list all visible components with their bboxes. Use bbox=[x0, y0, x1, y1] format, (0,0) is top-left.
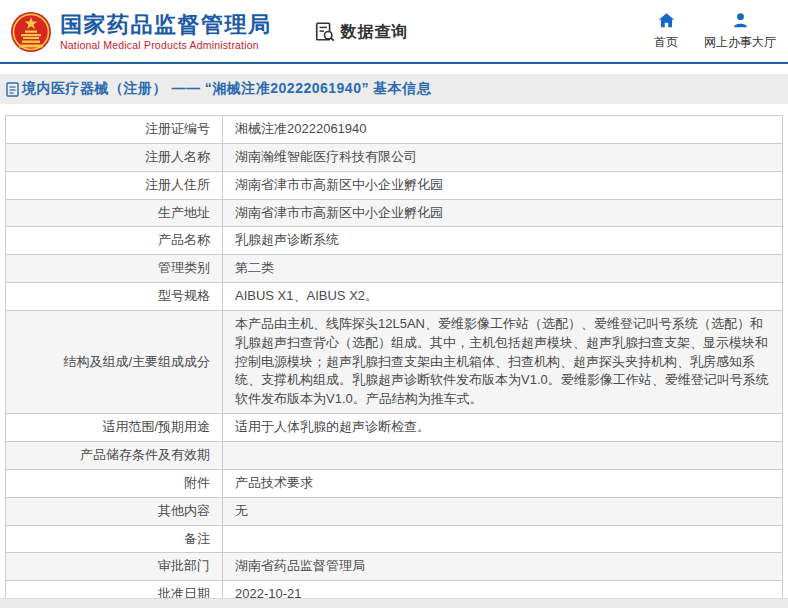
footer-strip bbox=[0, 598, 788, 608]
row-label-text: 产品名称 bbox=[158, 232, 210, 247]
spacer bbox=[0, 104, 788, 115]
row-label-text: 管理类别 bbox=[158, 260, 210, 275]
row-label: 产品储存条件及有效期 bbox=[6, 441, 223, 469]
registration-info-table: 注册证编号湘械注准20222061940注册人名称湖南瀚维智能医疗科技有限公司注… bbox=[5, 115, 783, 608]
row-label-text: 产品储存条件及有效期 bbox=[80, 447, 210, 462]
nav-service-hall-label: 网上办事大厅 bbox=[704, 34, 776, 51]
table-row: 注册人住所湖南省津市市高新区中小企业孵化园 bbox=[6, 171, 783, 199]
row-value: 产品技术要求 bbox=[223, 469, 783, 497]
row-label-text: 其他内容 bbox=[158, 503, 210, 518]
table-row: 备注 bbox=[6, 525, 783, 553]
row-value-text: 无 bbox=[235, 503, 248, 518]
nav-home[interactable]: 首页 bbox=[654, 12, 678, 51]
spacer bbox=[0, 64, 788, 74]
row-value-text: 湘械注准20222061940 bbox=[235, 121, 367, 136]
row-value-text: 第二类 bbox=[235, 260, 274, 275]
row-value: 无 bbox=[223, 497, 783, 525]
data-query-label: 数据查询 bbox=[341, 22, 409, 43]
table-row: 型号规格AIBUS X1、AIBUS X2。 bbox=[6, 283, 783, 311]
row-value-text: AIBUS X1、AIBUS X2。 bbox=[235, 288, 378, 303]
table-row: 审批部门湖南省药品监督管理局 bbox=[6, 553, 783, 581]
table-row: 注册证编号湘械注准20222061940 bbox=[6, 116, 783, 144]
table-row: 其他内容无 bbox=[6, 497, 783, 525]
row-value: 湖南省津市市高新区中小企业孵化园 bbox=[223, 171, 783, 199]
document-icon bbox=[6, 82, 19, 97]
row-label: 产品名称 bbox=[6, 227, 223, 255]
row-label: 结构及组成/主要组成成分 bbox=[6, 310, 223, 413]
row-label-text: 注册人住所 bbox=[145, 177, 210, 192]
info-table-body: 注册证编号湘械注准20222061940注册人名称湖南瀚维智能医疗科技有限公司注… bbox=[6, 116, 783, 608]
row-value: 本产品由主机、线阵探头12L5AN、爱维影像工作站（选配）、爱维登记叫号系统（选… bbox=[223, 310, 783, 413]
row-label-text: 生产地址 bbox=[158, 205, 210, 220]
table-row: 结构及组成/主要组成成分本产品由主机、线阵探头12L5AN、爱维影像工作站（选配… bbox=[6, 310, 783, 413]
row-value: 湖南瀚维智能医疗科技有限公司 bbox=[223, 143, 783, 171]
data-search-icon bbox=[314, 21, 336, 43]
agency-name-en: National Medical Products Administration bbox=[60, 39, 272, 51]
row-label: 型号规格 bbox=[6, 283, 223, 311]
row-value bbox=[223, 525, 783, 553]
row-label-text: 注册证编号 bbox=[145, 121, 210, 136]
row-value-text: 湖南瀚维智能医疗科技有限公司 bbox=[235, 149, 417, 164]
row-label-text: 审批部门 bbox=[158, 558, 210, 573]
national-emblem-icon bbox=[10, 10, 52, 56]
table-row: 注册人名称湖南瀚维智能医疗科技有限公司 bbox=[6, 143, 783, 171]
table-row: 适用范围/预期用途适用于人体乳腺的超声诊断检查。 bbox=[6, 414, 783, 442]
agency-title-block: 国家药品监督管理局 National Medical Products Admi… bbox=[60, 12, 272, 51]
row-label: 备注 bbox=[6, 525, 223, 553]
home-icon bbox=[658, 12, 675, 29]
row-value-text: 产品技术要求 bbox=[235, 475, 313, 490]
breadcrumb-text: 境内医疗器械（注册） —— “湘械注准20222061940” 基本信息 bbox=[22, 80, 431, 98]
row-value-text: 湖南省津市市高新区中小企业孵化园 bbox=[235, 205, 443, 220]
row-label: 附件 bbox=[6, 469, 223, 497]
table-row: 产品储存条件及有效期 bbox=[6, 441, 783, 469]
registration-info-table-wrap: 注册证编号湘械注准20222061940注册人名称湖南瀚维智能医疗科技有限公司注… bbox=[0, 115, 788, 608]
row-label-text: 型号规格 bbox=[158, 288, 210, 303]
nav-home-label: 首页 bbox=[654, 34, 678, 51]
row-label: 审批部门 bbox=[6, 553, 223, 581]
row-value-text: 湖南省津市市高新区中小企业孵化园 bbox=[235, 177, 443, 192]
row-value: 乳腺超声诊断系统 bbox=[223, 227, 783, 255]
agency-name-cn: 国家药品监督管理局 bbox=[60, 12, 272, 38]
row-value: 湖南省津市市高新区中小企业孵化园 bbox=[223, 199, 783, 227]
row-value: AIBUS X1、AIBUS X2。 bbox=[223, 283, 783, 311]
row-label: 注册证编号 bbox=[6, 116, 223, 144]
data-query-section: 数据查询 bbox=[314, 21, 409, 43]
row-label-text: 注册人名称 bbox=[145, 149, 210, 164]
row-value-text: 本产品由主机、线阵探头12L5AN、爱维影像工作站（选配）、爱维登记叫号系统（选… bbox=[235, 316, 769, 406]
row-value: 第二类 bbox=[223, 255, 783, 283]
row-value-text: 湖南省药品监督管理局 bbox=[235, 558, 365, 573]
row-label: 适用范围/预期用途 bbox=[6, 414, 223, 442]
row-label: 生产地址 bbox=[6, 199, 223, 227]
row-value bbox=[223, 441, 783, 469]
row-label: 管理类别 bbox=[6, 255, 223, 283]
row-label: 注册人名称 bbox=[6, 143, 223, 171]
table-row: 附件产品技术要求 bbox=[6, 469, 783, 497]
table-row: 产品名称乳腺超声诊断系统 bbox=[6, 227, 783, 255]
row-value-text: 适用于人体乳腺的超声诊断检查。 bbox=[235, 419, 430, 434]
row-label: 注册人住所 bbox=[6, 171, 223, 199]
table-row: 管理类别第二类 bbox=[6, 255, 783, 283]
row-label: 其他内容 bbox=[6, 497, 223, 525]
header-nav: 首页 网上办事大厅 bbox=[654, 12, 776, 51]
row-label-text: 备注 bbox=[184, 531, 210, 546]
row-label-text: 附件 bbox=[184, 475, 210, 490]
row-value: 湘械注准20222061940 bbox=[223, 116, 783, 144]
row-value: 适用于人体乳腺的超声诊断检查。 bbox=[223, 414, 783, 442]
page-header: 国家药品监督管理局 National Medical Products Admi… bbox=[0, 0, 788, 62]
row-value-text: 乳腺超声诊断系统 bbox=[235, 232, 339, 247]
table-row: 生产地址湖南省津市市高新区中小企业孵化园 bbox=[6, 199, 783, 227]
user-icon bbox=[732, 12, 749, 29]
row-label-text: 适用范围/预期用途 bbox=[102, 419, 210, 434]
breadcrumb: 境内医疗器械（注册） —— “湘械注准20222061940” 基本信息 bbox=[0, 74, 788, 104]
row-value: 湖南省药品监督管理局 bbox=[223, 553, 783, 581]
row-label-text: 结构及组成/主要组成成分 bbox=[63, 354, 210, 369]
nav-service-hall[interactable]: 网上办事大厅 bbox=[704, 12, 776, 51]
